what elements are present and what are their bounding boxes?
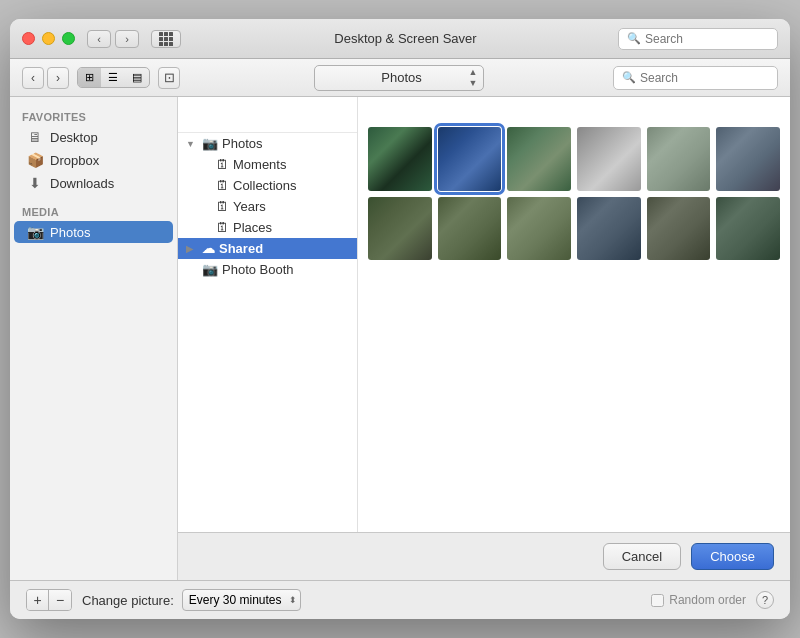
sidebar-item-downloads[interactable]: ⬇ Downloads — [14, 172, 173, 194]
random-order-checkbox[interactable] — [651, 594, 664, 607]
nav-buttons: ‹ › — [87, 30, 139, 48]
sidebar-item-dropbox[interactable]: 📦 Dropbox — [14, 149, 173, 171]
tree-label-collections: Collections — [233, 178, 297, 193]
icon-view-button[interactable]: ⊞ — [78, 68, 101, 87]
tree-item-photo-booth[interactable]: ▶ 📷 Photo Booth — [178, 259, 357, 280]
random-order-row: Random order — [651, 593, 746, 607]
title-bar: ‹ › Desktop & Screen Saver 🔍 — [10, 19, 790, 59]
desktop-icon: 🖥 — [26, 129, 44, 145]
back-button[interactable]: ‹ — [87, 30, 111, 48]
collections-icon: 🗓 — [216, 178, 229, 193]
toolbar-forward-button[interactable]: › — [47, 67, 69, 89]
photo-thumb-1[interactable] — [368, 127, 432, 191]
file-browser: ▼ 📷 Photos ▶ 🗓 Moments ▶ 🗓 Collections — [178, 97, 790, 580]
main-content: Favorites 🖥 Desktop 📦 Dropbox ⬇ Download… — [10, 97, 790, 580]
view-switcher: ⊞ ☰ ▤ — [77, 67, 150, 88]
bottom-bar: Cancel Choose — [178, 532, 790, 580]
toolbar-back-button[interactable]: ‹ — [22, 67, 44, 89]
photo-thumb-2[interactable] — [438, 127, 502, 191]
photo-booth-icon: 📷 — [202, 262, 218, 277]
photo-thumb-8[interactable] — [438, 197, 502, 261]
photo-thumb-10[interactable] — [577, 197, 641, 261]
location-wrapper: 📷 Photos ▲▼ — [314, 65, 484, 91]
tree-item-shared[interactable]: ▶ ☁ Shared — [178, 238, 357, 259]
tree-item-places[interactable]: ▶ 🗓 Places — [192, 217, 357, 238]
toolbar-search-icon: 🔍 — [622, 71, 636, 84]
change-picture-label: Change picture: — [82, 593, 174, 608]
photo-thumb-3[interactable] — [507, 127, 571, 191]
title-search-input[interactable] — [645, 32, 769, 46]
cancel-button[interactable]: Cancel — [603, 543, 681, 570]
location-select[interactable]: Photos — [314, 65, 484, 91]
change-picture-select[interactable]: Every 30 minutes — [182, 589, 301, 611]
column-view-button[interactable]: ▤ — [125, 68, 149, 87]
media-section-label: Media — [10, 202, 177, 220]
grid-view-button[interactable] — [151, 30, 181, 48]
photo-thumb-7[interactable] — [368, 197, 432, 261]
random-order-label: Random order — [669, 593, 746, 607]
new-folder-button[interactable]: ⊡ — [158, 67, 180, 89]
minimize-button[interactable] — [42, 32, 55, 45]
grid-spacer-top — [368, 107, 780, 127]
sidebar-item-label-downloads: Downloads — [50, 176, 114, 191]
choose-button[interactable]: Choose — [691, 543, 774, 570]
help-button[interactable]: ? — [756, 591, 774, 609]
tree-item-photos-root[interactable]: ▼ 📷 Photos — [178, 133, 357, 154]
shared-icon: ☁ — [202, 241, 215, 256]
desktop-bottom-bar: + − Change picture: Every 30 minutes ⬍ R… — [10, 580, 790, 619]
add-button[interactable]: + — [27, 590, 49, 610]
moments-icon: 🗓 — [216, 157, 229, 172]
location-bar: 📷 Photos ▲▼ — [192, 65, 605, 91]
sidebar: Favorites 🖥 Desktop 📦 Dropbox ⬇ Download… — [10, 97, 178, 580]
toolbar: ‹ › ⊞ ☰ ▤ ⊡ 📷 Photos ▲▼ 🔍 — [10, 59, 790, 97]
plus-minus-buttons: + − — [26, 589, 72, 611]
blank-top-row — [178, 103, 357, 133]
photos-sidebar-icon: 📷 — [26, 224, 44, 240]
photo-thumb-11[interactable] — [647, 197, 711, 261]
photo-thumb-6[interactable] — [716, 127, 780, 191]
tree-item-years[interactable]: ▶ 🗓 Years — [192, 196, 357, 217]
tree-label-photo-booth: Photo Booth — [222, 262, 294, 277]
photos-tree-icon: 📷 — [202, 136, 218, 151]
maximize-button[interactable] — [62, 32, 75, 45]
sidebar-item-desktop[interactable]: 🖥 Desktop — [14, 126, 173, 148]
toolbar-nav: ‹ › — [22, 67, 69, 89]
tree-panel: ▼ 📷 Photos ▶ 🗓 Moments ▶ 🗓 Collections — [178, 97, 358, 532]
photo-grid — [368, 127, 780, 260]
disclosure-icon-photos: ▼ — [186, 139, 198, 149]
sidebar-item-label-photos: Photos — [50, 225, 90, 240]
window-title: Desktop & Screen Saver — [193, 31, 618, 46]
window: ‹ › Desktop & Screen Saver 🔍 ‹ › ⊞ ☰ ▤ ⊡ — [10, 19, 790, 619]
remove-button[interactable]: − — [49, 590, 71, 610]
browser-split: ▼ 📷 Photos ▶ 🗓 Moments ▶ 🗓 Collections — [178, 97, 790, 532]
tree-label-moments: Moments — [233, 157, 286, 172]
photo-thumb-4[interactable] — [577, 127, 641, 191]
grid-icon — [159, 32, 173, 46]
tree-label-years: Years — [233, 199, 266, 214]
change-select-wrapper: Every 30 minutes ⬍ — [182, 589, 301, 611]
tree-label-places: Places — [233, 220, 272, 235]
title-search-box[interactable]: 🔍 — [618, 28, 778, 50]
forward-button[interactable]: › — [115, 30, 139, 48]
title-search-icon: 🔍 — [627, 32, 641, 45]
photo-thumb-5[interactable] — [647, 127, 711, 191]
photo-thumb-12[interactable] — [716, 197, 780, 261]
close-button[interactable] — [22, 32, 35, 45]
grid-area — [358, 97, 790, 532]
shared-disclosure-icon: ▶ — [186, 244, 198, 254]
sidebar-item-label-dropbox: Dropbox — [50, 153, 99, 168]
dropbox-icon: 📦 — [26, 152, 44, 168]
tree-item-collections[interactable]: ▶ 🗓 Collections — [192, 175, 357, 196]
places-icon: 🗓 — [216, 220, 229, 235]
favorites-section-label: Favorites — [10, 107, 177, 125]
toolbar-search-input[interactable] — [640, 71, 769, 85]
toolbar-search-box[interactable]: 🔍 — [613, 66, 778, 90]
years-icon: 🗓 — [216, 199, 229, 214]
list-view-button[interactable]: ☰ — [101, 68, 125, 87]
tree-item-moments[interactable]: ▶ 🗓 Moments — [192, 154, 357, 175]
traffic-lights — [22, 32, 75, 45]
sidebar-item-label-desktop: Desktop — [50, 130, 98, 145]
downloads-icon: ⬇ — [26, 175, 44, 191]
photo-thumb-9[interactable] — [507, 197, 571, 261]
sidebar-item-photos[interactable]: 📷 Photos — [14, 221, 173, 243]
